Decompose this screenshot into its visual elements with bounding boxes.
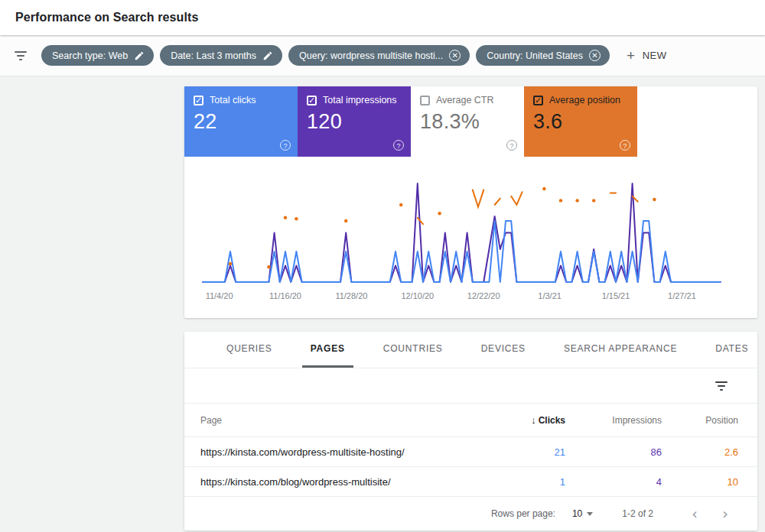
table-row[interactable]: https://kinsta.com/wordpress-multisite-h…: [184, 437, 757, 467]
tab-countries[interactable]: COUNTRIES: [375, 332, 451, 368]
column-header-impressions[interactable]: Impressions: [565, 415, 662, 426]
remove-filter-icon[interactable]: ✕: [589, 50, 601, 61]
metric-card-average-position[interactable]: ✓ Average position 3.6 ?: [524, 86, 637, 157]
dimensions-table-card: QUERIES PAGES COUNTRIES DEVICES SEARCH A…: [184, 332, 757, 530]
chevron-left-icon[interactable]: ‹: [679, 505, 710, 522]
svg-text:1/27/21: 1/27/21: [668, 291, 696, 300]
tab-pages[interactable]: PAGES: [302, 332, 353, 368]
metric-card-average-ctr[interactable]: ✓ Average CTR 18.3% ?: [411, 86, 524, 157]
chip-query-filter[interactable]: Query: wordpress multisite hosti... ✕: [288, 45, 470, 66]
page-title: Performance on Search results: [15, 11, 198, 24]
table-filter-row: [184, 368, 757, 404]
svg-text:11/28/20: 11/28/20: [335, 291, 367, 300]
filter-list-icon[interactable]: [14, 50, 28, 61]
svg-text:11/16/20: 11/16/20: [269, 291, 301, 300]
total-impressions-checkbox[interactable]: ✓: [307, 96, 317, 105]
position-value: 10: [662, 476, 738, 488]
sort-desc-icon: ↓: [531, 414, 536, 426]
metric-card-total-clicks[interactable]: ✓ Total clicks 22 ?: [184, 86, 298, 157]
help-icon[interactable]: ?: [506, 140, 517, 151]
chip-search-type[interactable]: Search type: Web: [41, 45, 154, 66]
edit-pencil-icon[interactable]: [134, 50, 145, 61]
metric-label: Average position: [549, 95, 620, 105]
svg-text:12/22/20: 12/22/20: [467, 291, 500, 300]
metric-banner: ✓ Total clicks 22 ? ✓ Total impressions …: [184, 86, 757, 157]
chevron-right-icon[interactable]: ›: [710, 505, 741, 522]
chip-label: Search type: Web: [52, 50, 128, 61]
dimension-tabs: QUERIES PAGES COUNTRIES DEVICES SEARCH A…: [184, 332, 757, 368]
metric-value: 120: [307, 110, 402, 134]
svg-text:1/3/21: 1/3/21: [538, 291, 562, 300]
chip-label: Country: United States: [487, 50, 583, 61]
help-icon[interactable]: ?: [280, 140, 291, 151]
total-clicks-checkbox[interactable]: ✓: [194, 96, 203, 105]
table-filter-icon[interactable]: [715, 381, 728, 391]
app-header: Performance on Search results: [0, 0, 765, 35]
edit-pencil-icon[interactable]: [262, 50, 273, 61]
new-filter-button[interactable]: + NEW: [627, 48, 666, 63]
svg-text:12/10/20: 12/10/20: [401, 291, 434, 300]
help-icon[interactable]: ?: [393, 140, 404, 151]
metric-value: 18.3%: [420, 110, 515, 134]
column-header-clicks[interactable]: ↓Clicks: [481, 414, 565, 426]
tab-search-appearance[interactable]: SEARCH APPEARANCE: [555, 332, 685, 368]
table-header-row: Page ↓Clicks Impressions Position: [184, 404, 757, 437]
page-url[interactable]: https://kinsta.com/wordpress-multisite-h…: [184, 446, 481, 458]
average-ctr-checkbox[interactable]: ✓: [420, 96, 430, 105]
caret-down-icon[interactable]: [587, 512, 593, 516]
chip-label: Query: wordpress multisite hosti...: [299, 50, 443, 61]
performance-chart[interactable]: 11/4/2011/16/2011/28/2012/10/2012/22/201…: [184, 157, 757, 318]
chip-label: Date: Last 3 months: [171, 50, 256, 61]
metric-value: 3.6: [533, 110, 628, 134]
table-pagination: Rows per page: 10 1-2 of 2 ‹ ›: [184, 497, 757, 530]
metric-value: 22: [194, 110, 288, 134]
tab-devices[interactable]: DEVICES: [473, 332, 534, 368]
rows-per-page-label: Rows per page:: [491, 508, 555, 519]
table-row[interactable]: https://kinsta.com/blog/wordpress-multis…: [184, 467, 757, 497]
tab-dates[interactable]: DATES: [707, 332, 757, 368]
svg-text:1/15/21: 1/15/21: [602, 291, 630, 300]
clicks-value: 21: [481, 446, 565, 458]
main-content: ✓ Total clicks 22 ? ✓ Total impressions …: [0, 76, 765, 530]
chip-country-filter[interactable]: Country: United States ✕: [476, 45, 610, 66]
column-header-position[interactable]: Position: [662, 415, 738, 426]
metric-card-total-impressions[interactable]: ✓ Total impressions 120 ?: [298, 86, 411, 157]
remove-filter-icon[interactable]: ✕: [449, 50, 461, 61]
svg-text:11/4/20: 11/4/20: [206, 291, 233, 300]
performance-chart-card: ✓ Total clicks 22 ? ✓ Total impressions …: [184, 86, 757, 318]
chip-date-range[interactable]: Date: Last 3 months: [160, 45, 282, 66]
page-url[interactable]: https://kinsta.com/blog/wordpress-multis…: [184, 476, 481, 488]
filter-bar: Search type: Web Date: Last 3 months Que…: [0, 35, 765, 76]
average-position-checkbox[interactable]: ✓: [533, 96, 543, 105]
impressions-value: 4: [565, 476, 662, 488]
column-header-page[interactable]: Page: [184, 415, 481, 426]
performance-chart-svg: 11/4/2011/16/2011/28/2012/10/2012/22/201…: [187, 167, 754, 305]
plus-icon: +: [627, 48, 636, 63]
metric-label: Total clicks: [210, 95, 256, 105]
impressions-value: 86: [565, 446, 662, 458]
pagination-range: 1-2 of 2: [622, 508, 653, 519]
rows-per-page-select[interactable]: 10: [572, 508, 582, 519]
tab-queries[interactable]: QUERIES: [218, 332, 281, 368]
metric-label: Total impressions: [323, 95, 397, 105]
clicks-value: 1: [481, 476, 565, 488]
position-value: 2.6: [662, 446, 738, 458]
help-icon[interactable]: ?: [620, 140, 630, 151]
metric-label: Average CTR: [436, 95, 494, 105]
